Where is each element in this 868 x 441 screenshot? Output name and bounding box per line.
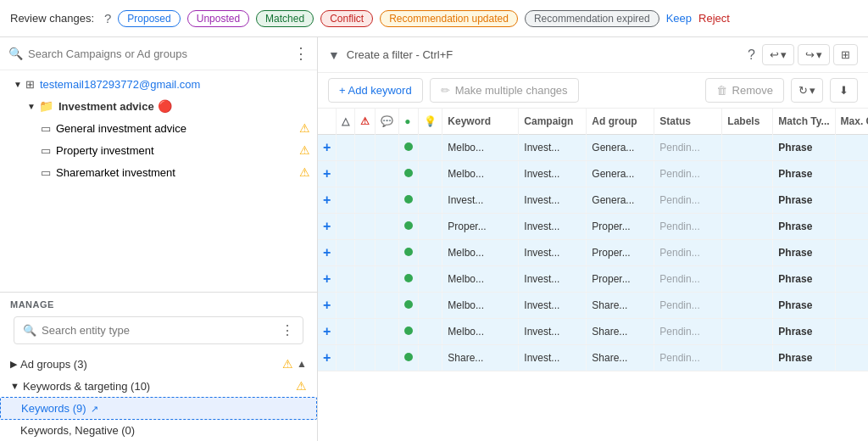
add-cell[interactable]: + xyxy=(318,293,337,319)
add-row-button[interactable]: + xyxy=(323,245,331,260)
keep-button[interactable]: Keep xyxy=(666,12,692,25)
refresh-button[interactable]: ↻ ▾ xyxy=(791,78,823,103)
add-row-button[interactable]: + xyxy=(323,193,331,208)
reject-button[interactable]: Reject xyxy=(698,12,730,25)
keywords-link[interactable]: Keywords (9) xyxy=(21,402,86,415)
th-maxcp1[interactable]: Max. CP... xyxy=(835,109,868,135)
adgroup-cell[interactable]: Genera... xyxy=(587,187,654,214)
columns-button[interactable]: ⊞ xyxy=(833,44,858,65)
sidebar-item-campaign[interactable]: ▼ 📁 Investment advice 🔴 xyxy=(0,95,317,117)
help-icon[interactable]: ? xyxy=(104,11,111,25)
remove-button[interactable]: 🗑 Remove xyxy=(705,78,784,103)
keyword-cell[interactable]: Melbo... xyxy=(442,240,519,266)
manage-search-input[interactable] xyxy=(42,324,275,337)
more-options-icon[interactable]: ⋮ xyxy=(281,322,294,338)
manage-item-keywords-targeting[interactable]: ▼ Keywords & targeting (10) ⚠ xyxy=(0,375,317,397)
th-comment[interactable]: 💬 xyxy=(376,109,399,135)
adgroup-cell[interactable]: Share... xyxy=(587,345,654,371)
sidebar-item-adgroup-sharemarket[interactable]: ▭ Sharemarket investment ⚠ xyxy=(0,161,317,183)
make-changes-button[interactable]: ✏ Make multiple changes xyxy=(430,78,579,103)
adgroup-cell[interactable]: Proper... xyxy=(587,214,654,240)
campaign-cell[interactable]: Invest... xyxy=(519,345,587,371)
keyword-cell[interactable]: Melbo... xyxy=(442,161,519,187)
campaign-cell[interactable]: Invest... xyxy=(519,161,587,187)
adgroup-cell[interactable]: Genera... xyxy=(587,135,654,161)
add-row-button[interactable]: + xyxy=(323,271,331,287)
sidebar-item-account[interactable]: ▼ ⊞ testemail187293772@gmail.com xyxy=(0,74,317,95)
add-cell[interactable]: + xyxy=(318,214,337,240)
campaign-cell[interactable]: Invest... xyxy=(519,214,587,240)
refresh-dropdown-icon[interactable]: ▾ xyxy=(810,84,815,97)
campaign-cell[interactable]: Invest... xyxy=(519,135,587,161)
th-adgroup[interactable]: Ad group xyxy=(587,109,654,135)
th-keyword[interactable]: Keyword xyxy=(442,109,519,135)
download-button[interactable]: ⬇ xyxy=(830,78,858,103)
th-matchtype[interactable]: Match Ty... xyxy=(773,109,835,135)
manage-item-adgroups[interactable]: ▶ Ad groups (3) ⚠ ▲ xyxy=(0,353,317,375)
th-bulb[interactable]: 💡 xyxy=(419,109,442,135)
badge-rec-updated[interactable]: Recommendation updated xyxy=(380,10,518,27)
manage-item-keywords-negative[interactable]: Keywords, Negative (0) xyxy=(0,420,317,441)
create-filter-button[interactable]: Create a filter - Ctrl+F xyxy=(347,48,741,61)
add-row-button[interactable]: + xyxy=(323,140,331,155)
th-status-dot[interactable]: ● xyxy=(399,109,419,135)
add-cell[interactable]: + xyxy=(318,135,337,161)
matchtype-cell: Phrase xyxy=(773,266,835,293)
sidebar-item-adgroup-property[interactable]: ▭ Property investment ⚠ xyxy=(0,139,317,161)
add-cell[interactable]: + xyxy=(318,345,337,371)
campaign-cell[interactable]: Invest... xyxy=(519,319,587,345)
badge-rec-expired[interactable]: Recommendation expired xyxy=(525,10,659,27)
keyword-cell[interactable]: Proper... xyxy=(442,214,519,240)
table-row: + Invest... Invest... Genera... Pendin..… xyxy=(318,187,868,214)
add-row-button[interactable]: + xyxy=(323,166,331,181)
manage-item-keywords[interactable]: Keywords (9) ↗ xyxy=(0,397,317,420)
add-row-button[interactable]: + xyxy=(323,350,331,366)
adgroup-cell[interactable]: Proper... xyxy=(587,240,654,266)
help-button[interactable]: ? xyxy=(748,47,755,63)
expand-icon: ▶ xyxy=(10,359,17,370)
sidebar-item-adgroup-general[interactable]: ▭ General investment advice ⚠ xyxy=(0,117,317,139)
keyword-cell[interactable]: Share... xyxy=(442,345,519,371)
sidebar-search-input[interactable] xyxy=(28,47,288,60)
badge-conflict[interactable]: Conflict xyxy=(320,10,373,27)
manage-section: MANAGE 🔍 ⋮ ▶ Ad groups (3) ⚠ ▲ xyxy=(0,292,317,441)
badge-matched[interactable]: Matched xyxy=(256,10,314,27)
th-alert[interactable]: ⚠ xyxy=(355,109,376,135)
adgroup-cell[interactable]: Share... xyxy=(587,293,654,319)
add-cell[interactable]: + xyxy=(318,266,337,293)
undo-button[interactable]: ↩ ▾ xyxy=(762,44,794,65)
redo-dropdown-icon[interactable]: ▾ xyxy=(816,48,822,61)
add-row-button[interactable]: + xyxy=(323,298,331,313)
comment-cell xyxy=(376,187,399,214)
collapse-up-icon[interactable]: ▲ xyxy=(297,358,307,370)
redo-button[interactable]: ↪ ▾ xyxy=(798,44,830,65)
th-triangle[interactable]: △ xyxy=(337,109,355,135)
adgroup-cell[interactable]: Proper... xyxy=(587,266,654,293)
add-cell[interactable]: + xyxy=(318,240,337,266)
adgroup-cell[interactable]: Genera... xyxy=(587,161,654,187)
th-labels[interactable]: Labels xyxy=(722,109,773,135)
th-campaign[interactable]: Campaign xyxy=(519,109,587,135)
campaign-cell[interactable]: Invest... xyxy=(519,240,587,266)
add-row-button[interactable]: + xyxy=(323,324,331,339)
badge-proposed[interactable]: Proposed xyxy=(118,10,180,27)
add-cell[interactable]: + xyxy=(318,187,337,214)
matchtype-cell: Phrase xyxy=(773,187,835,214)
badge-unposted[interactable]: Unposted xyxy=(187,10,249,27)
keyword-cell[interactable]: Melbo... xyxy=(442,319,519,345)
more-options-icon[interactable]: ⋮ xyxy=(293,44,309,63)
campaign-cell[interactable]: Invest... xyxy=(519,293,587,319)
add-keyword-button[interactable]: + Add keyword xyxy=(328,78,423,103)
campaign-cell[interactable]: Invest... xyxy=(519,266,587,293)
keyword-cell[interactable]: Melbo... xyxy=(442,293,519,319)
campaign-cell[interactable]: Invest... xyxy=(519,187,587,214)
th-status[interactable]: Status xyxy=(654,109,722,135)
add-cell[interactable]: + xyxy=(318,161,337,187)
add-cell[interactable]: + xyxy=(318,319,337,345)
adgroup-cell[interactable]: Share... xyxy=(587,319,654,345)
keyword-cell[interactable]: Invest... xyxy=(442,187,519,214)
add-row-button[interactable]: + xyxy=(323,219,331,234)
keyword-cell[interactable]: Melbo... xyxy=(442,135,519,161)
keyword-cell[interactable]: Melbo... xyxy=(442,266,519,293)
undo-dropdown-icon[interactable]: ▾ xyxy=(781,48,787,61)
